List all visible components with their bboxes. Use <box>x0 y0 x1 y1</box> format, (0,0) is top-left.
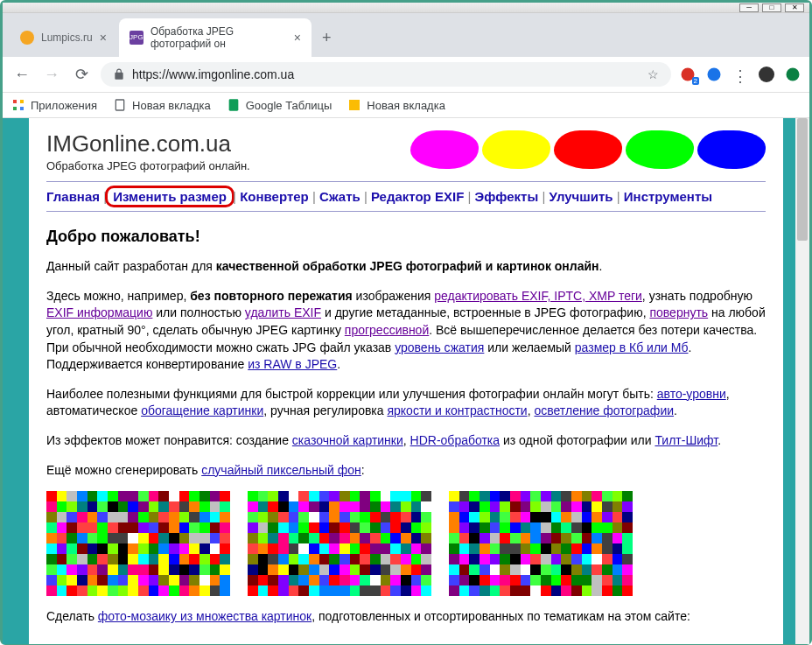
lock-icon <box>113 68 125 81</box>
toolbar-icons: 2 ⋮ <box>680 67 801 82</box>
svg-rect-9 <box>228 99 238 110</box>
color-blobs <box>410 130 766 169</box>
color-blob <box>554 130 622 169</box>
link-raw-jpeg[interactable]: из RAW в JPEG <box>248 357 337 371</box>
back-button[interactable]: ← <box>11 64 32 85</box>
favicon-icon <box>20 31 34 45</box>
nav-link-7[interactable]: Инструменты <box>624 189 712 204</box>
window-frame: ─ □ ✕ Lumpics.ru × JPG Обработка JPEG фо… <box>0 0 812 645</box>
link-auto-levels[interactable]: авто-уровни <box>657 387 726 401</box>
apps-icon <box>11 98 25 112</box>
link-delete-exif[interactable]: удалить EXIF <box>245 305 321 319</box>
paragraph-1: Данный сайт разработан для качественной … <box>46 258 766 276</box>
bookmark-sheets[interactable]: Google Таблицы <box>227 98 332 112</box>
favicon-icon: JPG <box>130 31 144 45</box>
new-tab-button[interactable]: + <box>313 25 340 51</box>
nav-link-5[interactable]: Эффекты <box>475 189 539 204</box>
paragraph-5: Ещё можно сгенерировать случайный пиксел… <box>46 462 766 480</box>
site-nav: Главная | Изменить размер | Конвертер | … <box>46 181 766 212</box>
status-icon[interactable] <box>785 67 801 82</box>
menu-icon[interactable]: ⋮ <box>732 67 748 82</box>
bookmark-label: Новая вкладка <box>367 99 445 112</box>
tab-lumpics[interactable]: Lumpics.ru × <box>10 24 117 52</box>
globe-icon[interactable] <box>706 67 722 82</box>
close-window-button[interactable]: ✕ <box>785 4 804 12</box>
close-tab-icon[interactable]: × <box>100 31 107 45</box>
link-lighten[interactable]: осветление фотографии <box>534 403 674 417</box>
tab-title: Обработка JPEG фотографий он <box>150 25 287 50</box>
nav-link-0[interactable]: Главная <box>46 189 100 204</box>
nav-link-4[interactable]: Редактор EXIF <box>371 189 464 204</box>
bookmarks-bar: Приложения Новая вкладка Google Таблицы … <box>3 93 809 118</box>
avatar-icon[interactable] <box>759 67 774 82</box>
site-title: IMGonline.com.ua <box>46 130 250 158</box>
minimize-button[interactable]: ─ <box>739 4 759 12</box>
link-tiltshift[interactable]: Тилт-Шифт <box>654 433 718 447</box>
pixel-grid-row <box>46 491 766 596</box>
scrollbar-thumb[interactable] <box>797 118 808 241</box>
sheets-icon <box>227 98 241 112</box>
svg-rect-8 <box>116 100 123 110</box>
star-icon[interactable]: ☆ <box>648 67 659 81</box>
link-enrich[interactable]: обогащение картинки <box>141 403 263 417</box>
color-blob <box>410 130 479 169</box>
badge: 2 <box>692 77 699 85</box>
viewport: IMGonline.com.ua Обработка JPEG фотограф… <box>3 118 809 644</box>
paragraph-6: Сделать фото-мозаику из множества картин… <box>46 608 766 626</box>
maximize-button[interactable]: □ <box>762 4 781 12</box>
color-blob <box>697 130 766 169</box>
tab-imgonline[interactable]: JPG Обработка JPEG фотографий он × <box>119 18 312 57</box>
link-rotate[interactable]: повернуть <box>649 305 708 319</box>
link-edit-exif[interactable]: редактировать EXIF, IPTC, XMP теги <box>434 289 642 303</box>
url-text: https://www.imgonline.com.ua <box>132 67 294 81</box>
svg-rect-5 <box>20 100 24 103</box>
welcome-heading: Добро пожаловать! <box>46 226 766 248</box>
svg-rect-10 <box>349 100 360 110</box>
titlebar: ─ □ ✕ <box>3 3 809 13</box>
bookmark-new-tab-1[interactable]: Новая вкладка <box>113 98 211 112</box>
svg-rect-7 <box>20 107 24 110</box>
link-hdr[interactable]: HDR-обработка <box>410 433 500 447</box>
color-blob <box>626 130 694 169</box>
scrollbar[interactable] <box>795 118 809 644</box>
link-fairy[interactable]: сказочной картинки <box>292 433 403 447</box>
link-mosaic[interactable]: фото-мозаику из множества картинок <box>98 609 312 623</box>
bookmark-new-tab-2[interactable]: Новая вкладка <box>347 98 445 112</box>
link-random-pixel[interactable]: случайный пиксельный фон <box>201 463 361 477</box>
nav-link-2[interactable]: Конвертер <box>240 189 309 204</box>
nav-link-1[interactable]: Изменить размер <box>113 189 227 204</box>
link-progressive[interactable]: прогрессивной <box>345 323 429 337</box>
main-content: Добро пожаловать! Данный сайт разработан… <box>46 226 766 626</box>
pixel-grid-3 <box>449 491 633 596</box>
address-bar[interactable]: https://www.imgonline.com.ua ☆ <box>101 62 671 87</box>
paragraph-4: Из эффектов может понравится: создание с… <box>46 432 766 450</box>
reload-button[interactable]: ⟳ <box>71 64 92 85</box>
paragraph-3: Наиболее полезными функциями для быстрой… <box>46 386 766 420</box>
link-exif-info[interactable]: EXIF информацию <box>46 305 152 319</box>
bookmark-apps[interactable]: Приложения <box>11 98 97 112</box>
svg-point-1 <box>708 68 721 81</box>
generic-icon <box>347 98 361 112</box>
pixel-grid-2 <box>248 491 431 596</box>
nav-link-3[interactable]: Сжать <box>319 189 360 204</box>
bookmark-label: Google Таблицы <box>246 99 332 112</box>
svg-point-3 <box>787 68 800 81</box>
bookmark-label: Приложения <box>31 99 97 112</box>
site-subtitle: Обработка JPEG фотографий онлайн. <box>46 159 250 172</box>
nav-link-6[interactable]: Улучшить <box>550 189 613 204</box>
svg-rect-4 <box>13 100 17 103</box>
forward-button[interactable]: → <box>41 64 62 85</box>
extension-icon[interactable]: 2 <box>680 67 696 82</box>
link-size-kb[interactable]: размер в Кб или Мб <box>575 340 689 354</box>
color-blob <box>482 130 550 169</box>
close-tab-icon[interactable]: × <box>294 31 301 45</box>
bookmark-label: Новая вкладка <box>132 99 211 112</box>
link-compress-level[interactable]: уровень сжатия <box>395 340 484 354</box>
doc-icon <box>113 98 127 112</box>
tab-title: Lumpics.ru <box>41 32 93 44</box>
link-brightness[interactable]: яркости и контрастности <box>387 403 527 417</box>
highlight-annotation: Изменить размер <box>105 186 234 207</box>
pixel-grid-1 <box>46 491 230 596</box>
tab-strip: Lumpics.ru × JPG Обработка JPEG фотограф… <box>3 13 809 57</box>
browser-toolbar: ← → ⟳ https://www.imgonline.com.ua ☆ 2 ⋮ <box>3 57 809 93</box>
